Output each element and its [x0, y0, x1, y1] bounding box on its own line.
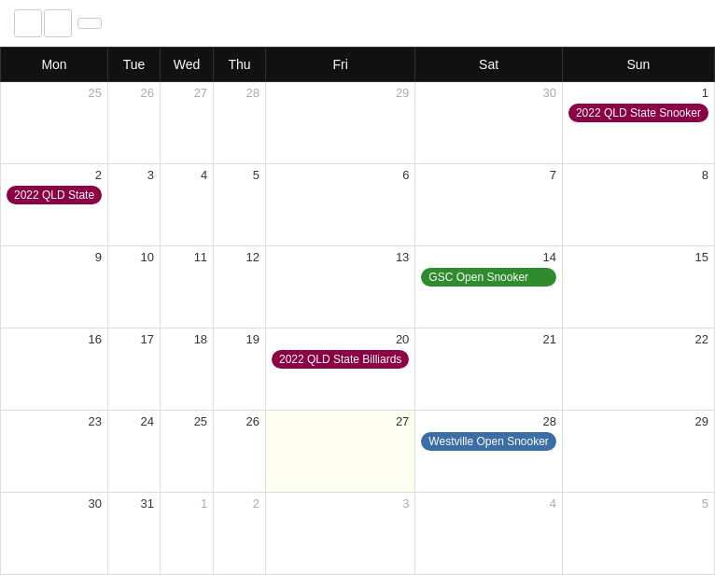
week-row-4: 232425262728Westville Open Snooker29 [1, 411, 715, 493]
calendar-cell: 24 [108, 411, 161, 493]
day-number: 28 [219, 86, 259, 100]
calendar-cell: 3 [108, 164, 161, 246]
today-button[interactable] [77, 18, 102, 29]
calendar-event[interactable]: GSC Open Snooker [421, 268, 556, 287]
day-header-fri: Fri [265, 48, 414, 82]
calendar-cell: 27 [160, 82, 213, 164]
day-number: 27 [272, 414, 409, 428]
calendar-cell: 19 [214, 329, 266, 411]
day-header-tue: Tue [108, 48, 161, 82]
calendar-cell: 10 [108, 246, 161, 329]
calendar-cell: 5 [562, 493, 714, 575]
day-number: 27 [166, 86, 207, 100]
calendar-cell: 13 [265, 246, 414, 329]
day-header-sun: Sun [562, 48, 714, 82]
calendar-cell: 15 [562, 246, 714, 329]
day-number: 24 [114, 414, 154, 428]
calendar-cell: 29 [562, 411, 714, 493]
day-number: 14 [421, 250, 556, 264]
nav-buttons [14, 9, 72, 37]
calendar-wrapper: MonTueWedThuFriSatSun 25262728293012022 … [0, 47, 715, 575]
calendar-cell: 202022 QLD State Billiards [265, 329, 414, 411]
calendar-cell: 28 [214, 82, 266, 164]
day-number: 26 [114, 86, 154, 100]
calendar-cell: 18 [160, 329, 213, 411]
calendar-cell: 16 [1, 329, 108, 411]
day-header-mon: Mon [1, 48, 108, 82]
calendar-cell: 4 [415, 493, 563, 575]
day-number: 6 [272, 168, 409, 182]
calendar-cell: 9 [1, 246, 108, 329]
calendar-cell: 4 [160, 164, 213, 246]
week-row-1: 22022 QLD State345678 [1, 164, 715, 246]
calendar-cell: 8 [562, 164, 714, 246]
day-number: 21 [421, 332, 556, 346]
calendar-cell: 31 [108, 493, 161, 575]
day-number: 8 [568, 168, 708, 182]
day-number: 20 [272, 332, 409, 346]
calendar-cell: 7 [415, 164, 563, 246]
day-number: 30 [7, 497, 102, 511]
calendar-cell: 30 [1, 493, 108, 575]
day-header-wed: Wed [160, 48, 213, 82]
day-number: 2 [219, 497, 259, 511]
prev-button[interactable] [14, 9, 42, 37]
next-button[interactable] [44, 9, 72, 37]
day-number: 26 [219, 414, 259, 428]
calendar-cell: 26 [214, 411, 266, 493]
calendar-event[interactable]: 2022 QLD State Billiards [272, 350, 409, 369]
day-number: 18 [166, 332, 207, 346]
day-header-sat: Sat [415, 48, 563, 82]
calendar-cell: 2 [214, 493, 266, 575]
day-number: 25 [166, 414, 207, 428]
calendar-cell: 29 [265, 82, 414, 164]
day-number: 1 [166, 497, 207, 511]
day-number: 4 [166, 168, 207, 182]
calendar-cell: 5 [214, 164, 266, 246]
calendar-cell: 22022 QLD State [1, 164, 108, 246]
calendar-cell: 1 [160, 493, 213, 575]
calendar-cell: 3 [265, 493, 414, 575]
week-row-5: 303112345 [1, 493, 715, 575]
day-number: 29 [568, 414, 708, 428]
day-number: 15 [568, 250, 708, 264]
calendar-cell: 28Westville Open Snooker [415, 411, 563, 493]
calendar-cell: 11 [160, 246, 213, 329]
day-number: 9 [7, 250, 102, 264]
calendar-cell: 22 [562, 329, 714, 411]
calendar-event[interactable]: Westville Open Snooker [421, 432, 556, 451]
day-number: 12 [219, 250, 259, 264]
day-number: 25 [7, 86, 102, 100]
day-number: 3 [272, 497, 409, 511]
day-number: 3 [114, 168, 154, 182]
calendar-cell: 12022 QLD State Snooker [562, 82, 714, 164]
week-row-0: 25262728293012022 QLD State Snooker [1, 82, 715, 164]
day-number: 4 [421, 497, 556, 511]
calendar-table: MonTueWedThuFriSatSun 25262728293012022 … [0, 47, 715, 575]
calendar-cell: 26 [108, 82, 161, 164]
calendar-header-row: MonTueWedThuFriSatSun [1, 48, 715, 82]
day-number: 1 [568, 86, 708, 100]
day-number: 30 [421, 86, 556, 100]
day-number: 19 [219, 332, 259, 346]
day-number: 29 [272, 86, 409, 100]
day-number: 5 [219, 168, 259, 182]
calendar-event[interactable]: 2022 QLD State Snooker [568, 104, 708, 122]
calendar-cell: 25 [1, 82, 108, 164]
day-number: 28 [421, 414, 556, 428]
calendar-cell: 21 [415, 329, 563, 411]
calendar-cell: 23 [1, 411, 108, 493]
day-header-thu: Thu [214, 48, 266, 82]
calendar-cell: 12 [214, 246, 266, 329]
day-number: 2 [7, 168, 102, 182]
day-number: 17 [114, 332, 154, 346]
calendar-cell: 14GSC Open Snooker [415, 246, 563, 329]
calendar-event[interactable]: 2022 QLD State [7, 186, 102, 204]
calendar-cell: 17 [108, 329, 161, 411]
calendar-cell: 6 [265, 164, 414, 246]
day-number: 22 [568, 332, 708, 346]
day-number: 7 [421, 168, 556, 182]
day-number: 10 [114, 250, 154, 264]
day-number: 23 [7, 414, 102, 428]
day-number: 5 [568, 497, 708, 511]
